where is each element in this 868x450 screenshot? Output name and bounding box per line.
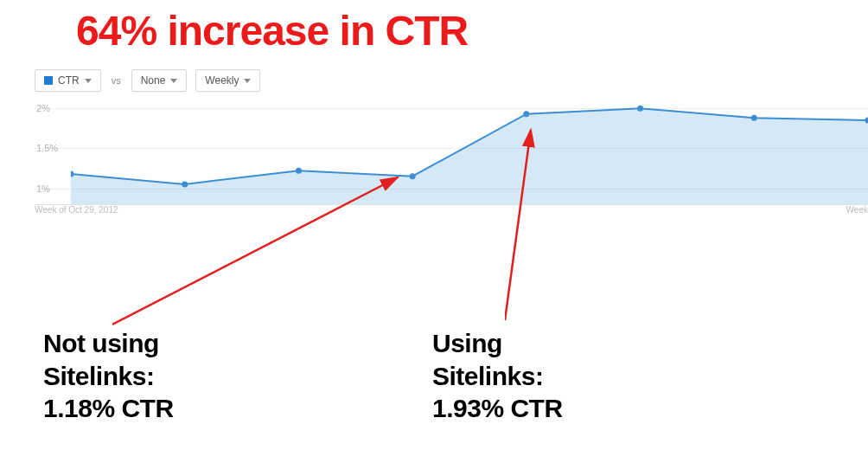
metric-selector-label: CTR (58, 74, 80, 87)
chart-point (182, 181, 188, 187)
gridline (35, 204, 868, 205)
chevron-down-icon (244, 79, 251, 83)
x-tick-label-right: Week (846, 205, 868, 215)
chevron-down-icon (170, 79, 177, 83)
y-tick-label: 2% (35, 103, 50, 113)
chevron-down-icon (85, 79, 92, 83)
annotation-left: Not using Sitelinks: 1.18% CTR (43, 327, 174, 425)
y-tick-label: 1.5% (35, 143, 58, 153)
chart-point (523, 111, 529, 117)
chart-point (751, 115, 757, 121)
headline: 64% increase in CTR (76, 7, 468, 55)
vs-label: vs (110, 75, 123, 86)
chart-point (296, 168, 302, 174)
x-tick-label-left: Week of Oct 29, 2012 (35, 205, 118, 215)
chart-point (410, 173, 416, 179)
compare-selector[interactable]: None (131, 69, 188, 92)
y-tick-label: 1% (35, 183, 50, 194)
chart-area (71, 108, 868, 204)
compare-selector-label: None (141, 74, 166, 87)
annotation-right: Using Sitelinks: 1.93% CTR (432, 327, 563, 425)
granularity-selector-label: Weekly (205, 74, 239, 87)
chart-point (637, 106, 643, 112)
chart-controls: CTR vs None Weekly (35, 69, 260, 92)
granularity-selector[interactable]: Weekly (195, 69, 260, 92)
metric-selector[interactable]: CTR (35, 69, 101, 92)
chart-svg (71, 100, 868, 204)
metric-color-swatch (44, 76, 53, 85)
ctr-line-chart: 2% 1.5% 1% Week of Oct 29, 2012 Week (35, 100, 868, 213)
